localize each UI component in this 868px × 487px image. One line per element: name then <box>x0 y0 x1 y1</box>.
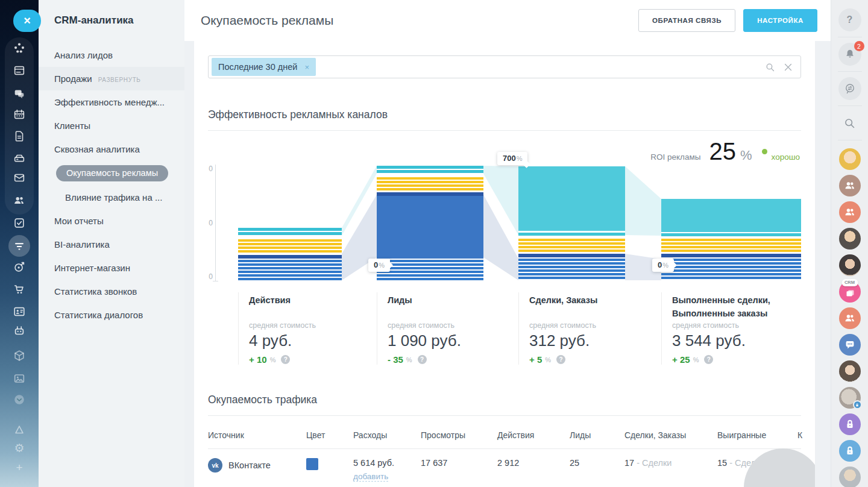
avatar-group-1[interactable] <box>839 175 861 196</box>
chats-icon[interactable] <box>8 83 30 105</box>
sidebar-item-moi-otchety[interactable]: Мои отчеты <box>39 209 184 233</box>
avatar-group-3[interactable] <box>839 307 861 329</box>
plus-icon[interactable]: + <box>8 456 30 478</box>
mail-icon[interactable] <box>8 167 30 189</box>
expenses-cell: 5 614 руб. добавить <box>353 458 421 482</box>
stage-stats: Действия средняя стоимость 4 руб. + 10%?… <box>208 290 801 380</box>
dialog-icon <box>844 83 856 95</box>
sidebar-item-skvoznaya[interactable]: Сквозная аналитика <box>39 137 184 161</box>
clear-filter-icon[interactable] <box>783 62 793 72</box>
filter-tag[interactable]: Последние 30 дней × <box>212 58 316 76</box>
cart-icon[interactable] <box>8 278 30 300</box>
stat-leads: Лиды средняя стоимость 1 090 руб. - 35%? <box>377 292 508 365</box>
people-icon[interactable] <box>8 189 30 211</box>
photo-icon[interactable] <box>8 368 30 389</box>
close-icon: × <box>24 14 31 28</box>
help-button[interactable]: ? <box>838 8 861 31</box>
right-rail: ? 2 CRM <box>831 0 868 487</box>
robot-icon[interactable] <box>8 320 30 342</box>
notification-badge: 2 <box>854 41 864 51</box>
settings-button[interactable]: НАСТРОЙКА <box>743 9 817 32</box>
avatar-crm[interactable]: CRM <box>839 281 861 303</box>
avatar-user-5[interactable] <box>839 467 861 487</box>
search-button[interactable] <box>838 112 861 134</box>
table-row[interactable]: vk ВКонтакте 5 614 руб. добавить 17 637 … <box>208 449 801 487</box>
main-area: Окупаемость рекламы ОБРАТНАЯ СВЯЗЬ НАСТР… <box>184 0 831 487</box>
funnel-col-completed[interactable] <box>661 199 801 280</box>
roi-label: ROI рекламы <box>650 152 700 162</box>
avatar-lock-purple[interactable] <box>839 413 861 435</box>
avatar-chat-group[interactable] <box>839 334 861 356</box>
page-header: Окупаемость рекламы ОБРАТНАЯ СВЯЗЬ НАСТР… <box>184 0 831 41</box>
sidebar-item-okupaemost-wrap: Окупаемость рекламы <box>39 161 184 186</box>
help-icon[interactable]: ? <box>418 355 427 364</box>
vk-icon: vk <box>208 458 222 473</box>
stat-actions: Действия средняя стоимость 4 руб. + 10%? <box>238 292 366 365</box>
roi-indicator: ROI рекламы 25 % хорошо <box>650 138 800 165</box>
avatar-user-2[interactable] <box>839 228 861 250</box>
sidebar-item-statistika-zvonkov[interactable]: Статистика звонков <box>39 280 184 303</box>
dialogs-button[interactable] <box>838 77 861 100</box>
avatar-user-1[interactable] <box>839 148 861 170</box>
avatar-user-4[interactable] <box>839 360 861 382</box>
calendar-icon[interactable] <box>8 104 30 125</box>
content-card: Последние 30 дней × Эффективность реклам… <box>194 41 815 487</box>
help-icon[interactable]: ? <box>281 355 290 364</box>
status-dot <box>762 149 767 154</box>
avatar-lock-blue[interactable] <box>839 440 861 462</box>
contact-card-icon[interactable] <box>8 301 30 322</box>
stat-deals: Сделки, Заказы средняя стоимость 312 руб… <box>518 292 649 365</box>
sidebar-item-bi-analitika[interactable]: BI-аналитика <box>39 233 184 256</box>
avatar-office[interactable] <box>839 387 861 409</box>
page-title: Окупаемость рекламы <box>201 13 638 28</box>
sidebar-item-vliyanie[interactable]: Влияние трафика на ... <box>39 186 184 209</box>
gear-icon[interactable]: ⚙ <box>8 437 30 459</box>
filter-bar[interactable]: Последние 30 дней × <box>208 55 801 78</box>
bell-icon <box>844 48 856 60</box>
crm-badge: CRM <box>841 279 858 286</box>
conversion-tooltip-0b: 0% <box>652 259 674 272</box>
document-icon[interactable] <box>8 125 30 147</box>
sidebar-item-internet-magazin[interactable]: Интернет-магазин <box>39 256 184 280</box>
left-icon-rail: × ⚙ + <box>0 0 39 487</box>
notifications-button[interactable]: 2 <box>838 43 861 66</box>
section-title-traffic: Окупаемость трафика <box>208 394 801 416</box>
conversion-tooltip-700: 700% <box>497 152 527 165</box>
help-icon[interactable]: ? <box>704 355 713 364</box>
source-cell: vk ВКонтакте <box>208 458 302 473</box>
chevron-down-circle-icon[interactable] <box>8 389 30 410</box>
roi-value: 25 <box>709 138 736 165</box>
window-icon[interactable] <box>8 60 30 81</box>
network-icon[interactable] <box>8 37 30 59</box>
sidebar-item-okupaemost-selected[interactable]: Окупаемость рекламы <box>56 165 168 181</box>
y-tick: 0 <box>204 272 213 281</box>
close-button[interactable]: × <box>13 10 41 32</box>
add-expenses-link[interactable]: добавить <box>353 472 388 482</box>
app-window: × ⚙ + CRM-аналитика Анализ лидов Продажи… <box>0 0 868 487</box>
sidebar-item-statistika-dialogov[interactable]: Статистика диалогов <box>39 303 184 327</box>
y-tick: 0 <box>204 165 213 173</box>
tag-close-icon[interactable]: × <box>304 63 309 72</box>
roi-status: хорошо <box>772 152 800 162</box>
sidebar-item-klienty[interactable]: Клиенты <box>39 114 184 137</box>
cube-icon[interactable] <box>8 345 30 366</box>
lock-badge-icon <box>853 400 862 409</box>
sidebar-item-analiz-lidov[interactable]: Анализ лидов <box>39 43 184 67</box>
drive-icon[interactable] <box>8 148 30 169</box>
task-icon[interactable] <box>8 212 30 234</box>
search-icon[interactable] <box>765 62 775 72</box>
expand-label[interactable]: РАЗВЕРНУТЬ <box>98 77 141 83</box>
avatar-user-3[interactable] <box>839 254 861 276</box>
funnel-icon[interactable] <box>8 235 30 257</box>
y-axis <box>215 165 216 281</box>
feedback-button[interactable]: ОБРАТНАЯ СВЯЗЬ <box>638 9 735 32</box>
sidebar-item-prodazhi[interactable]: ПродажиРАЗВЕРНУТЬ <box>39 67 184 90</box>
stat-completed: Выполненные сделки, Выполненные заказы с… <box>661 292 800 365</box>
sidebar-item-effektivnost[interactable]: Эффективность менедж... <box>39 90 184 114</box>
funnel-col-actions[interactable] <box>238 228 342 280</box>
funnel-col-deals[interactable] <box>518 166 625 280</box>
target-icon[interactable] <box>8 256 30 278</box>
help-icon[interactable]: ? <box>556 355 565 364</box>
avatar-group-2[interactable] <box>839 201 861 223</box>
channel-color-swatch[interactable] <box>306 458 318 470</box>
